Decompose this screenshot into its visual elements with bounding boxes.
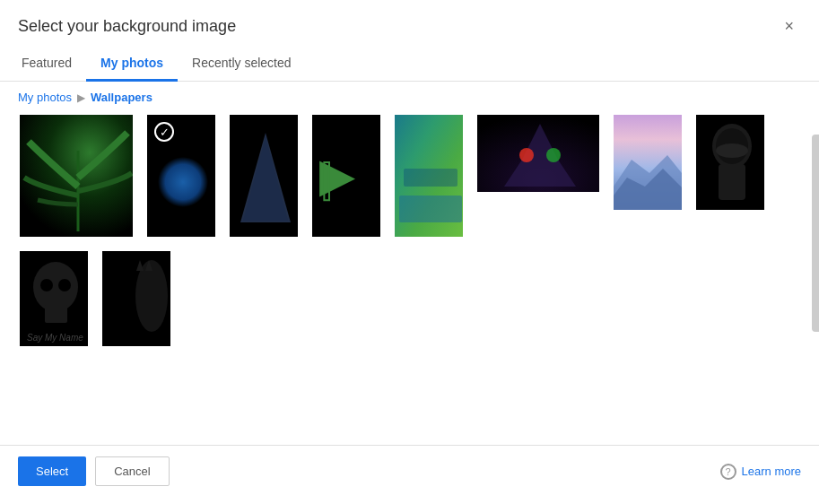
image-grid-container: ✓ ▶ | (0, 113, 819, 436)
dialog-footer: Select Cancel ? Learn more (0, 445, 819, 497)
svg-point-26 (33, 262, 78, 312)
batman-image (102, 251, 172, 348)
satellite-image (395, 115, 465, 239)
robot-image (477, 115, 601, 194)
svg-point-28 (40, 279, 53, 291)
tab-my-photos[interactable]: My photos (86, 47, 178, 82)
image-item[interactable]: Say My Name (18, 249, 90, 348)
background-image-dialog: Select your background image × Featured … (0, 0, 819, 504)
footer-actions: Select Cancel (18, 456, 170, 486)
logo-image: ▶ | (312, 115, 382, 239)
svg-point-3 (158, 157, 208, 207)
svg-point-15 (519, 148, 534, 162)
svg-rect-12 (404, 169, 457, 187)
image-item[interactable] (228, 113, 300, 239)
image-item[interactable] (100, 249, 172, 348)
image-item[interactable] (475, 113, 601, 194)
image-grid: ✓ ▶ | (18, 113, 801, 357)
select-button[interactable]: Select (18, 456, 86, 486)
svg-point-24 (716, 143, 748, 158)
breadcrumb-current: Wallpapers (91, 91, 152, 104)
image-item[interactable] (694, 113, 766, 212)
image-item[interactable] (18, 113, 135, 239)
triangle-image (230, 115, 300, 239)
tab-featured[interactable]: Featured (18, 47, 86, 82)
selected-checkmark: ✓ (154, 122, 174, 142)
svg-rect-23 (719, 164, 745, 200)
footer-help: ? Learn more (720, 464, 801, 480)
image-item[interactable]: ✓ (145, 113, 217, 239)
help-icon[interactable]: ? (720, 464, 736, 480)
image-item[interactable] (393, 113, 465, 239)
close-button[interactable]: × (777, 14, 801, 38)
dialog-header: Select your background image × (0, 0, 819, 38)
skull-image: Say My Name (20, 251, 90, 348)
tab-bar: Featured My photos Recently selected (0, 47, 819, 82)
image-item[interactable] (612, 113, 684, 212)
tab-recently-selected[interactable]: Recently selected (178, 47, 306, 82)
svg-rect-27 (45, 305, 67, 323)
scrollbar[interactable] (812, 135, 819, 332)
palm-image (20, 115, 135, 239)
breadcrumb-separator: ▶ (77, 91, 85, 104)
dialog-title: Select your background image (18, 17, 236, 36)
breadcrumb: My photos ▶ Wallpapers (0, 82, 819, 113)
svg-text:|: | (321, 155, 332, 201)
cancel-button[interactable]: Cancel (95, 456, 169, 486)
darth-image (696, 115, 766, 212)
svg-point-16 (546, 148, 561, 162)
image-item[interactable]: ▶ | (310, 113, 382, 239)
mountains-image (614, 115, 684, 212)
svg-rect-11 (399, 196, 462, 222)
breadcrumb-parent[interactable]: My photos (18, 91, 72, 104)
learn-more-link[interactable]: Learn more (742, 465, 801, 478)
svg-text:Say My Name: Say My Name (27, 333, 83, 343)
svg-point-29 (58, 279, 71, 291)
